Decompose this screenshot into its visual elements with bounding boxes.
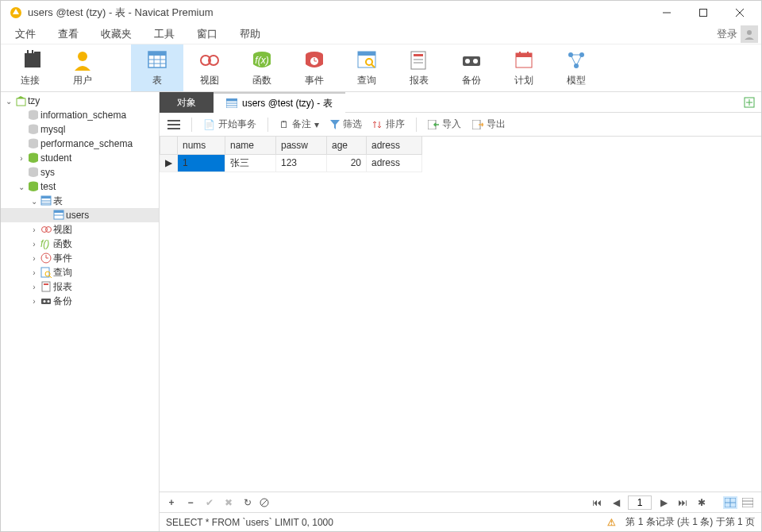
cell[interactable]: 1 xyxy=(178,154,225,172)
tree-item[interactable]: ›student xyxy=(1,151,159,165)
tree-item[interactable]: ›f()函数 xyxy=(1,237,159,251)
stop-button[interactable] xyxy=(260,498,274,507)
toolbar-backup-button[interactable]: 备份 xyxy=(445,44,498,91)
login-link[interactable]: 登录 xyxy=(717,27,741,41)
grid-view-button[interactable] xyxy=(723,496,737,509)
prev-page-button[interactable]: ◀ xyxy=(609,497,623,508)
toolbar-plug-button[interactable]: 连接 xyxy=(4,44,56,91)
tree-item[interactable]: mysql xyxy=(1,122,159,137)
expand-toggle[interactable]: ⌄ xyxy=(17,183,26,191)
tree-label: 查询 xyxy=(53,266,72,279)
add-record-button[interactable]: + xyxy=(164,497,179,508)
toolbar-label: 备份 xyxy=(462,74,481,87)
svg-rect-12 xyxy=(148,52,166,56)
settings-icon[interactable]: ✱ xyxy=(695,497,709,508)
expand-toggle[interactable]: › xyxy=(29,268,39,277)
last-page-button[interactable]: ⏭ xyxy=(675,497,690,508)
tree-item[interactable]: ⌄test xyxy=(1,179,159,194)
page-input[interactable] xyxy=(628,495,652,510)
row-indicator[interactable]: ▶ xyxy=(160,154,178,172)
cell[interactable]: 张三 xyxy=(225,154,276,172)
tree-item[interactable]: performance_schema xyxy=(1,137,159,151)
refresh-button[interactable]: ↻ xyxy=(241,497,255,508)
toolbar-model-button[interactable]: 模型 xyxy=(550,44,602,91)
tree-item[interactable]: ›视图 xyxy=(1,222,159,237)
toolbar-report-button[interactable]: 报表 xyxy=(393,44,445,91)
plan-icon xyxy=(514,48,534,72)
cancel-button[interactable]: ✖ xyxy=(221,497,236,508)
expand-toggle[interactable]: › xyxy=(29,254,39,263)
expand-toggle[interactable]: ⌄ xyxy=(4,97,13,106)
avatar[interactable] xyxy=(741,25,758,43)
tree-item[interactable]: ⌄tzy xyxy=(1,94,159,108)
menu-view[interactable]: 查看 xyxy=(47,25,90,44)
expand-toggle[interactable]: › xyxy=(29,240,39,249)
menu-favorites[interactable]: 收藏夹 xyxy=(90,25,143,44)
status-bar: SELECT * FROM `users` LIMIT 0, 1000 ⚠ 第 … xyxy=(160,512,761,531)
begin-transaction-button[interactable]: 📄开始事务 xyxy=(203,118,256,131)
menu-tools[interactable]: 工具 xyxy=(143,25,186,44)
data-grid[interactable]: numsnamepasswageadress▶1张三12320adress xyxy=(160,137,761,492)
expand-toggle[interactable]: › xyxy=(29,226,39,234)
toolbar-event-button[interactable]: 事件 xyxy=(288,44,341,91)
toolbar-label: 报表 xyxy=(410,74,429,87)
minimize-button[interactable] xyxy=(648,1,685,25)
apply-button[interactable]: ✔ xyxy=(202,497,217,508)
memo-button[interactable]: 🗒备注 ▾ xyxy=(279,118,319,131)
toolbar-user-button[interactable]: 用户 xyxy=(56,44,109,91)
toolbar-query-button[interactable]: 查询 xyxy=(341,44,393,91)
svg-rect-78 xyxy=(226,98,237,101)
close-button[interactable] xyxy=(722,1,758,25)
fx-icon: f(x) xyxy=(252,48,272,72)
tab-objects[interactable]: 对象 xyxy=(160,92,214,113)
toolbar-view-button[interactable]: 视图 xyxy=(183,44,236,91)
export-button[interactable]: 导出 xyxy=(472,118,506,131)
tab-active-table[interactable]: users @test (tzy) - 表 xyxy=(214,92,345,113)
toolbar-table-button[interactable]: 表 xyxy=(131,44,183,91)
expand-toggle[interactable]: › xyxy=(29,283,39,291)
cell[interactable]: adress xyxy=(367,154,422,172)
tree-item[interactable]: ›事件 xyxy=(1,251,159,265)
svg-point-61 xyxy=(46,227,52,233)
expand-toggle[interactable]: › xyxy=(17,154,26,163)
tree-item[interactable]: ⌄表 xyxy=(1,194,159,208)
svg-rect-58 xyxy=(54,210,64,213)
cell[interactable]: 20 xyxy=(327,154,367,172)
column-header[interactable]: passw xyxy=(276,137,327,154)
new-tab-button[interactable] xyxy=(737,92,761,113)
first-page-button[interactable]: ⏮ xyxy=(590,497,604,508)
tree-item[interactable]: ›备份 xyxy=(1,294,159,308)
warning-icon[interactable]: ⚠ xyxy=(607,517,616,528)
expand-toggle[interactable]: › xyxy=(29,297,39,306)
toolbar-fx-button[interactable]: f(x)函数 xyxy=(236,44,288,91)
cell[interactable]: 123 xyxy=(276,154,327,172)
svg-rect-7 xyxy=(27,50,29,54)
connection-tree[interactable]: ⌄tzyinformation_schemamysqlperformance_s… xyxy=(1,92,160,531)
maximize-button[interactable] xyxy=(685,1,722,25)
delete-record-button[interactable]: − xyxy=(183,497,198,508)
next-page-button[interactable]: ▶ xyxy=(656,497,671,508)
tree-item[interactable]: users xyxy=(1,208,159,222)
expand-toggle[interactable]: ⌄ xyxy=(29,197,39,206)
column-header[interactable]: name xyxy=(225,137,276,154)
import-button[interactable]: 导入 xyxy=(428,118,461,131)
column-header[interactable]: nums xyxy=(178,137,225,154)
svg-point-72 xyxy=(44,300,46,303)
menu-help[interactable]: 帮助 xyxy=(229,25,271,44)
toolbar-plan-button[interactable]: 计划 xyxy=(498,44,550,91)
sort-button[interactable]: 排序 xyxy=(373,118,405,131)
tree-label: information_schema xyxy=(40,110,126,121)
menu-icon[interactable] xyxy=(167,120,180,129)
form-view-button[interactable] xyxy=(742,498,756,507)
tree-item[interactable]: ›查询 xyxy=(1,265,159,279)
menu-window[interactable]: 窗口 xyxy=(186,25,229,44)
tree-item[interactable]: ›报表 xyxy=(1,279,159,294)
filter-button[interactable]: 筛选 xyxy=(330,118,362,131)
column-header[interactable]: adress xyxy=(367,137,422,154)
row-indicator-header xyxy=(160,137,178,154)
tree-item[interactable]: information_schema xyxy=(1,108,159,122)
column-header[interactable]: age xyxy=(327,137,367,154)
menu-file[interactable]: 文件 xyxy=(4,25,47,44)
tree-label: 备份 xyxy=(53,295,72,308)
tree-item[interactable]: sys xyxy=(1,165,159,179)
